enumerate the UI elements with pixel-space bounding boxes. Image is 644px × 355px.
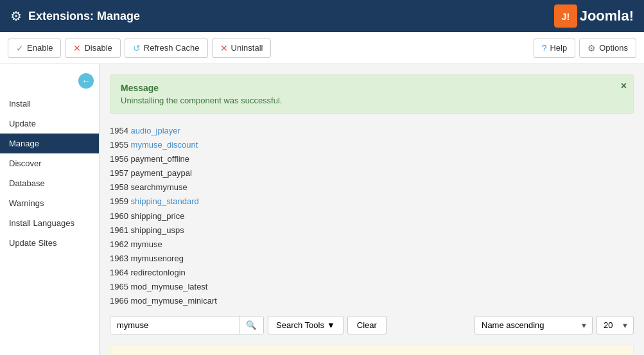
search-icon: 🔍: [246, 320, 257, 330]
disable-button[interactable]: ✕ Disable: [65, 39, 120, 58]
refresh-cache-button[interactable]: ↺ Refresh Cache: [125, 39, 208, 58]
list-item: 1964 redirectonlogin: [110, 266, 634, 280]
limit-select-wrapper: 5101520253050100All ▼: [596, 316, 634, 334]
page-title: Extensions: Manage: [28, 10, 140, 23]
extensions-icon: ⚙: [10, 8, 22, 24]
disable-icon: ✕: [73, 43, 81, 53]
back-icon[interactable]: ←: [78, 73, 94, 89]
navbar-left: ⚙ Extensions: Manage: [10, 8, 140, 24]
message-title: Message: [121, 83, 623, 93]
search-submit-button[interactable]: 🔍: [239, 316, 263, 334]
extension-link[interactable]: audio_jplayer: [131, 126, 180, 135]
extension-link[interactable]: mymuse_discount: [131, 140, 198, 150]
list-item: 1961 shipping_usps: [110, 223, 634, 238]
search-input[interactable]: [110, 316, 239, 334]
list-item: 1960 shipping_price: [110, 209, 634, 223]
sort-select[interactable]: Name ascendingName descendingExtension I…: [474, 316, 593, 334]
options-icon: ⚙: [587, 43, 596, 53]
search-tools-button[interactable]: Search Tools ▼: [268, 316, 344, 334]
list-item: 1959 shipping_standard: [110, 195, 634, 209]
enable-label: Enable: [27, 43, 53, 53]
sidebar-item-database[interactable]: Database: [0, 173, 99, 193]
list-item: 1956 payment_offline: [110, 152, 634, 166]
disable-label: Disable: [84, 43, 112, 53]
sort-area: Name ascendingName descendingExtension I…: [474, 316, 634, 334]
list-item: 1954 audio_jplayer: [110, 124, 634, 138]
sidebar-item-manage[interactable]: Manage: [0, 134, 99, 153]
sort-select-wrapper: Name ascendingName descendingExtension I…: [474, 316, 593, 334]
sidebar-item-update[interactable]: Update: [0, 114, 99, 134]
message-close-button[interactable]: ×: [621, 80, 627, 92]
toolbar: ✓ Enable ✕ Disable ↺ Refresh Cache ✕ Uni…: [0, 32, 644, 64]
sidebar-item-update-sites[interactable]: Update Sites: [0, 233, 99, 253]
options-label: Options: [599, 43, 628, 53]
extensions-list: 1954 audio_jplayer1955 mymuse_discount19…: [110, 124, 634, 308]
sidebar-item-warnings[interactable]: Warnings: [0, 193, 99, 213]
refresh-label: Refresh Cache: [144, 43, 200, 53]
sidebar-back: ←: [0, 71, 99, 94]
sidebar-item-install[interactable]: Install: [0, 94, 99, 114]
extension-link[interactable]: shipping_standard: [131, 196, 199, 206]
help-button[interactable]: ? Help: [534, 39, 576, 58]
toolbar-left: ✓ Enable ✕ Disable ↺ Refresh Cache ✕ Uni…: [8, 39, 271, 58]
list-item: 1965 mod_mymuse_latest: [110, 280, 634, 294]
help-icon: ?: [542, 43, 547, 53]
refresh-icon: ↺: [133, 43, 141, 53]
limit-select[interactable]: 5101520253050100All: [596, 316, 634, 334]
list-item: 1957 payment_paypal: [110, 166, 634, 180]
message-text: Uninstalling the component was successfu…: [121, 96, 623, 105]
search-input-wrapper: 🔍: [110, 316, 264, 334]
help-label: Help: [550, 43, 567, 53]
sidebar-item-discover[interactable]: Discover: [0, 153, 99, 173]
content-area: ← Install Update Manage Discover Databas…: [0, 64, 644, 355]
list-item: 1955 mymuse_discount: [110, 138, 634, 152]
list-item: 1958 searchmymuse: [110, 180, 634, 195]
joomla-logo-area: J! Joomla!: [554, 4, 634, 28]
joomla-icon: J!: [554, 4, 577, 28]
chevron-down-icon: ▼: [327, 320, 335, 330]
enable-icon: ✓: [16, 43, 24, 53]
search-bar: 🔍 Search Tools ▼ Clear Name ascendingNam…: [110, 316, 634, 334]
list-item: 1966 mod_mymuse_minicart: [110, 294, 634, 308]
navbar: ⚙ Extensions: Manage J! Joomla!: [0, 0, 644, 32]
uninstall-label: Uninstall: [231, 43, 263, 53]
clear-button[interactable]: Clear: [347, 316, 387, 334]
no-results-box: There are no extensions installed matchi…: [110, 345, 634, 355]
message-box: Message Uninstalling the component was s…: [110, 74, 634, 114]
uninstall-button[interactable]: ✕ Uninstall: [212, 39, 272, 58]
options-button[interactable]: ⚙ Options: [579, 39, 636, 58]
uninstall-icon: ✕: [220, 43, 228, 53]
main-panel: Message Uninstalling the component was s…: [100, 64, 644, 355]
joomla-text: Joomla!: [580, 8, 634, 24]
list-item: 1963 mymusenoreg: [110, 252, 634, 266]
sidebar-item-install-languages[interactable]: Install Languages: [0, 213, 99, 233]
sidebar: ← Install Update Manage Discover Databas…: [0, 64, 100, 355]
toolbar-right: ? Help ⚙ Options: [534, 39, 636, 58]
svg-text:J!: J!: [561, 12, 570, 22]
search-tools-label: Search Tools: [276, 320, 324, 330]
list-item: 1962 mymuse: [110, 238, 634, 252]
enable-button[interactable]: ✓ Enable: [8, 39, 61, 58]
